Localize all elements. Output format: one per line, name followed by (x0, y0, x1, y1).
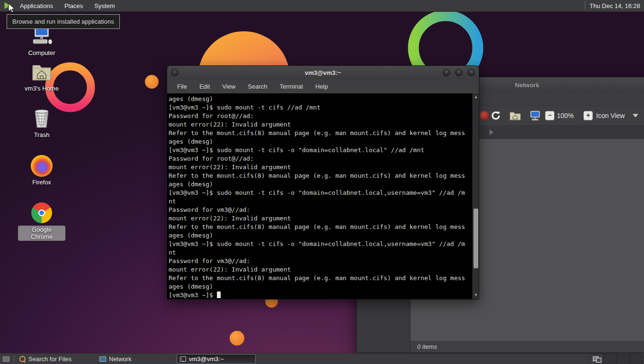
desktop-icon-trash[interactable]: Trash (18, 107, 65, 138)
computer-view-button[interactable] (529, 110, 541, 121)
home-folder-icon (510, 111, 521, 120)
reload-button[interactable] (491, 110, 501, 121)
zoom-level[interactable]: 100% (557, 112, 574, 119)
terminal-scrollbar[interactable]: ▲ ▼ (472, 93, 479, 299)
view-mode-dropdown[interactable]: Icon View (596, 112, 625, 119)
workspace-2[interactable] (603, 354, 617, 364)
desktop-icon-label: vm3's Home (18, 85, 65, 92)
home-folder-icon (18, 61, 65, 83)
breadcrumb-arrow-icon (490, 129, 493, 135)
zoom-in-icon: + (583, 111, 593, 120)
terminal-cursor (217, 291, 221, 298)
stop-icon (480, 111, 489, 120)
menu-search[interactable]: Search (242, 81, 272, 92)
firefox-icon (18, 155, 65, 177)
desktop-icon-label: Firefox (18, 179, 65, 186)
wallpaper-orange-dot (230, 331, 244, 346)
status-items-count: 0 items (417, 343, 437, 350)
workspace-3[interactable] (617, 354, 630, 364)
wallpaper-orange-dot (145, 75, 159, 89)
trash-icon (18, 107, 65, 130)
mouse-cursor (7, 2, 17, 14)
terminal-icon: ›_ (180, 356, 186, 362)
zoom-out-icon: − (545, 111, 555, 120)
terminal-menubar: File Edit View Search Terminal Help (167, 79, 479, 93)
desktop-icon-chrome[interactable]: Google Chrome (18, 201, 65, 241)
menu-system[interactable]: System (89, 0, 120, 12)
desktop-icon-label: Google Chrome (18, 226, 65, 241)
terminal-window[interactable]: vm3@vm3:~ File Edit View Search Terminal… (167, 65, 479, 300)
menu-places[interactable]: Places (59, 0, 89, 12)
fm-statusbar: 0 items (411, 340, 644, 353)
top-panel: Applications Places System Thu Dec 14, 1… (0, 0, 644, 12)
taskbar-separator (13, 355, 15, 363)
terminal-window-title: vm3@vm3:~ (167, 69, 479, 76)
scroll-down-icon[interactable]: ▼ (473, 292, 479, 299)
terminal-content[interactable]: ages (dmesg)[vm3@vm3 ~]$ sudo mount -t c… (167, 93, 479, 299)
menu-applications[interactable]: Applications (14, 0, 59, 12)
task-search-for-files[interactable]: Search for Files (17, 354, 96, 364)
show-desktop-button[interactable] (0, 354, 12, 364)
desktop-icon-computer[interactable]: Computer (18, 25, 65, 56)
desktop-icon-home[interactable]: vm3's Home (18, 61, 65, 92)
workspace-4[interactable] (630, 354, 643, 364)
workspace-1[interactable] (590, 354, 603, 364)
menu-view[interactable]: View (217, 81, 241, 92)
menu-terminal[interactable]: Terminal (275, 81, 308, 92)
terminal-titlebar[interactable]: vm3@vm3:~ (167, 66, 479, 79)
panel-grip (584, 2, 586, 9)
workspace-switcher (590, 354, 643, 364)
home-folder-button[interactable] (510, 111, 521, 120)
zoom-out-button[interactable]: − (545, 111, 555, 120)
tooltip: Browse and run installed applications (7, 14, 120, 29)
desktop-icon-label: Trash (18, 131, 65, 138)
clock[interactable]: Thu Dec 14, 16:28 (590, 2, 644, 9)
menu-help[interactable]: Help (310, 81, 333, 92)
scrollbar-thumb[interactable] (474, 209, 478, 268)
task-terminal[interactable]: ›_ vm3@vm3:~ (177, 354, 256, 364)
task-network[interactable]: Network (97, 354, 176, 364)
show-desktop-icon (3, 356, 9, 362)
computer-icon (529, 110, 541, 121)
desktop-icon-firefox[interactable]: Firefox (18, 155, 65, 186)
scroll-up-icon[interactable]: ▲ (473, 94, 479, 100)
chevron-down-icon (633, 114, 638, 117)
reload-icon (491, 110, 501, 121)
stop-button[interactable] (480, 111, 489, 120)
desktop-icon-label: Computer (18, 49, 65, 56)
tooltip-text: Browse and run installed applications (12, 18, 114, 25)
menu-file[interactable]: File (172, 81, 192, 92)
terminal-prompt-line: [vm3@vm3 ~]$ (169, 291, 471, 299)
menu-edit[interactable]: Edit (194, 81, 215, 92)
workspace-window-thumb (596, 358, 601, 363)
search-icon (19, 356, 26, 362)
zoom-in-button[interactable]: + (583, 111, 593, 120)
file-manager-icon (99, 356, 106, 362)
chrome-icon (18, 201, 65, 224)
terminal-output: ages (dmesg)[vm3@vm3 ~]$ sudo mount -t c… (169, 95, 471, 291)
taskbar: Search for Files Network ›_ vm3@vm3:~ (0, 353, 644, 364)
view-mode-dropdown-arrow[interactable] (633, 114, 638, 117)
